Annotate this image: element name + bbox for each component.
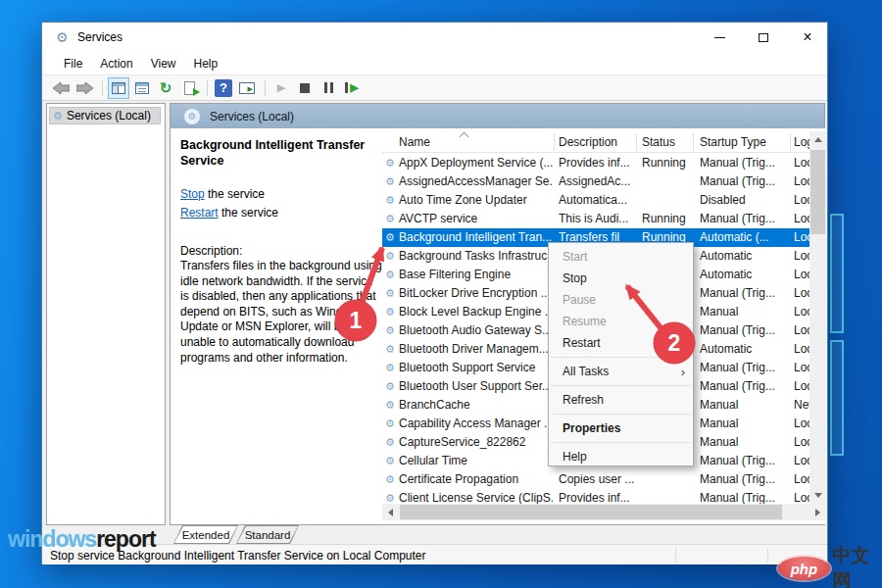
- scroll-down-button[interactable]: [809, 487, 826, 504]
- menu-item-label: Pause: [563, 293, 596, 307]
- service-row[interactable]: ⚙AVCTP serviceThis is Audi...RunningManu…: [382, 210, 809, 228]
- main-panel-header: ⚙ Services (Local): [171, 104, 824, 128]
- tab-standard[interactable]: Standard: [236, 525, 299, 544]
- context-menu-item-stop[interactable]: Stop: [549, 268, 693, 289]
- horizontal-scrollbar-thumb[interactable]: [400, 505, 782, 519]
- service-gear-icon: ⚙: [385, 157, 395, 170]
- windowsreport-watermark: windowsreport: [8, 526, 156, 553]
- help-icon: ?: [215, 79, 232, 97]
- menu-item-label: Restart: [563, 336, 601, 350]
- action-pane-icon: [239, 82, 255, 94]
- horizontal-scrollbar[interactable]: [382, 504, 826, 520]
- menu-view[interactable]: View: [142, 54, 185, 74]
- service-row[interactable]: ⚙Certificate PropagationCopies user ...M…: [382, 470, 809, 489]
- service-gear-icon: ⚙: [385, 287, 395, 300]
- back-button[interactable]: [50, 77, 72, 99]
- service-status: Running: [642, 156, 691, 170]
- column-name[interactable]: Name: [399, 135, 430, 149]
- stop-service-link[interactable]: Stop: [180, 187, 205, 201]
- menu-help[interactable]: Help: [185, 54, 227, 74]
- title-bar[interactable]: ⚙ Services ×: [42, 23, 827, 52]
- service-row[interactable]: ⚙AssignedAccessManager Se...AssignedAc..…: [382, 172, 809, 191]
- properties-toolbar-button[interactable]: [131, 77, 153, 99]
- context-menu-item-help[interactable]: Help: [549, 446, 693, 467]
- service-log-on-as: Loca: [794, 435, 809, 449]
- service-log-on-as: Loca: [794, 249, 809, 263]
- toolbar-separator: [265, 80, 266, 96]
- toolbar: ↻ ? ▶ ▶: [42, 74, 827, 101]
- services-main-panel: ⚙ Services (Local) Background Intelligen…: [170, 103, 825, 525]
- service-gear-icon: ⚙: [385, 455, 395, 467]
- menu-separator: [551, 385, 691, 386]
- menu-separator: [551, 357, 691, 358]
- service-startup-type: Manual: [700, 398, 793, 412]
- tree-item-services-local[interactable]: ⚙ Services (Local): [49, 107, 161, 124]
- service-row[interactable]: ⚙Auto Time Zone UpdaterAutomatica...Disa…: [382, 191, 809, 210]
- minimize-button[interactable]: [699, 23, 740, 52]
- column-status[interactable]: Status: [642, 135, 675, 149]
- service-log-on-as: Loca: [794, 361, 809, 374]
- context-menu-item-refresh[interactable]: Refresh: [549, 389, 693, 411]
- service-startup-type: Manual (Trig...: [700, 454, 793, 467]
- service-name: Auto Time Zone Updater: [399, 193, 553, 207]
- export-list-button[interactable]: [178, 77, 200, 99]
- submenu-arrow-icon: ›: [681, 365, 685, 379]
- status-bar: Stop service Background Intelligent Tran…: [42, 544, 827, 564]
- restart-service-link[interactable]: Restart: [180, 206, 219, 220]
- vertical-scrollbar[interactable]: [809, 131, 826, 504]
- context-menu-item-restart[interactable]: Restart: [549, 332, 693, 354]
- stop-service-button[interactable]: [294, 77, 316, 99]
- service-description: Automatica...: [559, 193, 635, 207]
- restart-service-icon: ▶: [345, 82, 358, 93]
- service-row[interactable]: ⚙Client License Service (ClipS...Provide…: [382, 489, 809, 504]
- service-gear-icon: ⚙: [385, 175, 395, 188]
- toolbar-separator: [102, 80, 103, 96]
- service-startup-type: Manual: [700, 435, 793, 449]
- service-log-on-as: Loca: [794, 230, 809, 244]
- service-gear-icon: ⚙: [385, 473, 395, 486]
- service-gear-icon: ⚙: [385, 436, 395, 449]
- service-log-on-as: Loca: [794, 454, 809, 467]
- restart-service-button[interactable]: ▶: [341, 77, 363, 99]
- service-description: This is Audi...: [559, 212, 635, 225]
- column-description[interactable]: Description: [559, 135, 617, 149]
- show-console-tree-button[interactable]: [108, 77, 129, 99]
- service-name: CaptureService_822862: [399, 435, 553, 449]
- scroll-up-button[interactable]: [809, 131, 826, 148]
- service-context-menu: StartStopPauseResumeRestartAll Tasks›Ref…: [548, 242, 694, 466]
- help-toolbar-button[interactable]: ?: [213, 77, 234, 99]
- pause-service-button[interactable]: [318, 77, 339, 99]
- show-action-pane-button[interactable]: [236, 77, 258, 99]
- service-startup-type: Automatic: [700, 268, 793, 281]
- wallpaper-window-pane: [830, 340, 844, 456]
- pause-service-icon: [324, 82, 333, 93]
- service-startup-type: Disabled: [700, 193, 793, 207]
- service-gear-icon: ⚙: [385, 492, 395, 504]
- watermark-windows: windows: [8, 526, 96, 552]
- context-menu-item-all-tasks[interactable]: All Tasks›: [549, 361, 693, 382]
- stop-link-suffix: the service: [205, 187, 265, 201]
- close-button[interactable]: ×: [787, 23, 828, 52]
- tab-standard-label: Standard: [237, 526, 298, 543]
- service-startup-type: Manual: [700, 305, 793, 318]
- column-startup-type[interactable]: Startup Type: [700, 135, 766, 149]
- vertical-scrollbar-thumb[interactable]: [810, 150, 825, 234]
- service-startup-type: Manual (Trig...: [700, 361, 793, 374]
- refresh-toolbar-button[interactable]: ↻: [155, 77, 176, 99]
- service-gear-icon: ⚙: [385, 380, 395, 393]
- context-menu-item-properties[interactable]: Properties: [549, 417, 693, 439]
- service-row[interactable]: ⚙AppX Deployment Service (...Provides in…: [382, 154, 809, 172]
- service-name: AssignedAccessManager Se...: [399, 174, 553, 188]
- scroll-right-button[interactable]: [809, 504, 826, 520]
- export-list-icon: [184, 81, 195, 95]
- tab-extended[interactable]: Extended: [173, 525, 238, 544]
- forward-button[interactable]: [74, 77, 95, 99]
- services-window: ⚙ Services × File Action View Help ↻: [41, 22, 828, 564]
- menu-action[interactable]: Action: [91, 54, 141, 74]
- service-description: Provides inf...: [559, 491, 635, 504]
- tree-item-label: Services (Local): [67, 109, 151, 122]
- scroll-left-button[interactable]: [382, 504, 399, 520]
- maximize-button[interactable]: [743, 23, 784, 52]
- service-log-on-as: Loca: [794, 193, 809, 207]
- menu-file[interactable]: File: [55, 54, 91, 74]
